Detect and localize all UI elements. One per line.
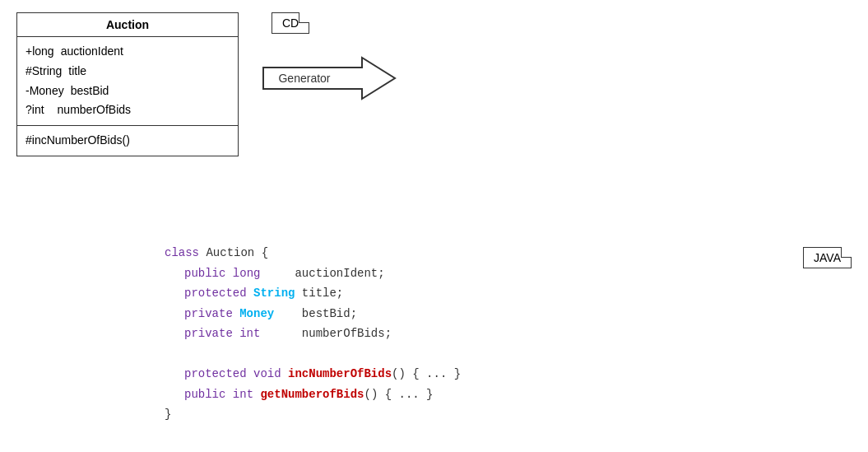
code-line-9: } (165, 404, 461, 425)
code-section: class Auction { public long auctionIdent… (165, 243, 461, 425)
field-name: bestBid (71, 82, 109, 101)
cd-badge: CD (272, 12, 309, 34)
java-badge: JAVA (803, 247, 852, 268)
code-line-5: private int numberOfBids; (184, 324, 461, 344)
field-title: #String title (26, 62, 230, 82)
uml-class-methods: #incNumberOfBids() (17, 126, 238, 156)
field-vis: -Money (26, 82, 64, 101)
field-name: title (68, 62, 86, 82)
field-title-code: title; (302, 283, 343, 304)
kw-protected-1: protected (184, 283, 247, 304)
method-incNumberOfBids-rest: () { ... } (392, 364, 461, 384)
code-line-3: protected String title; (184, 283, 461, 304)
method-getNumberofBids-code: getNumberofBids (260, 384, 364, 405)
code-line-7: protected void incNumberOfBids () { ... … (184, 364, 461, 384)
code-line-8: public int getNumberofBids () { ... } (184, 384, 461, 405)
field-bestBid: -Money bestBid (26, 82, 230, 101)
uml-class-name: Auction (17, 13, 238, 37)
arrow-label: Generator (278, 72, 330, 85)
field-name: numberOfBids (58, 100, 131, 120)
kw-private-1: private (184, 304, 233, 324)
uml-class-fields: +long auctionIdent #String title -Money … (17, 37, 238, 126)
open-brace: { (262, 243, 268, 263)
generator-arrow: Generator (255, 49, 403, 107)
method-incNumberOfBids-code: incNumberOfBids (288, 364, 392, 384)
type-int: int (239, 324, 260, 344)
code-line-4: private Money bestBid; (184, 304, 461, 324)
field-vis: +long (26, 42, 54, 62)
type-String: String (253, 283, 295, 304)
field-vis: ?int (26, 100, 44, 120)
type-long: long (233, 263, 261, 284)
field-numberOfBids: ?int numberOfBids (26, 100, 230, 120)
arrow-svg: Generator (255, 49, 403, 107)
field-auctionIdent-code: auctionIdent; (295, 263, 384, 284)
class-name: Auction (206, 243, 254, 263)
field-numberOfBids-code: numberOfBids; (302, 324, 392, 344)
code-line-1: class Auction { (165, 243, 461, 263)
kw-public-1: public (184, 263, 225, 284)
kw-void: void (253, 364, 281, 384)
kw-public-2: public (184, 384, 225, 405)
method-getNumberofBids-rest: () { ... } (364, 384, 433, 405)
code-line-2: public long auctionIdent; (184, 263, 461, 284)
uml-class-box: Auction +long auctionIdent #String title… (16, 12, 239, 156)
method-incNumberOfBids: #incNumberOfBids() (26, 131, 230, 151)
uml-class-diagram: Auction +long auctionIdent #String title… (16, 12, 239, 156)
field-vis: #String (26, 62, 62, 82)
close-brace: } (165, 404, 171, 425)
kw-private-2: private (184, 324, 233, 344)
field-name: auctionIdent (61, 42, 123, 62)
field-bestBid-code: bestBid; (302, 304, 357, 324)
field-auctionIdent: +long auctionIdent (26, 42, 230, 62)
kw-int-2: int (233, 384, 253, 405)
kw-protected-2: protected (184, 364, 247, 384)
type-Money: Money (239, 304, 274, 324)
keyword-class: class (165, 243, 199, 263)
code-blank-1 (165, 344, 461, 365)
